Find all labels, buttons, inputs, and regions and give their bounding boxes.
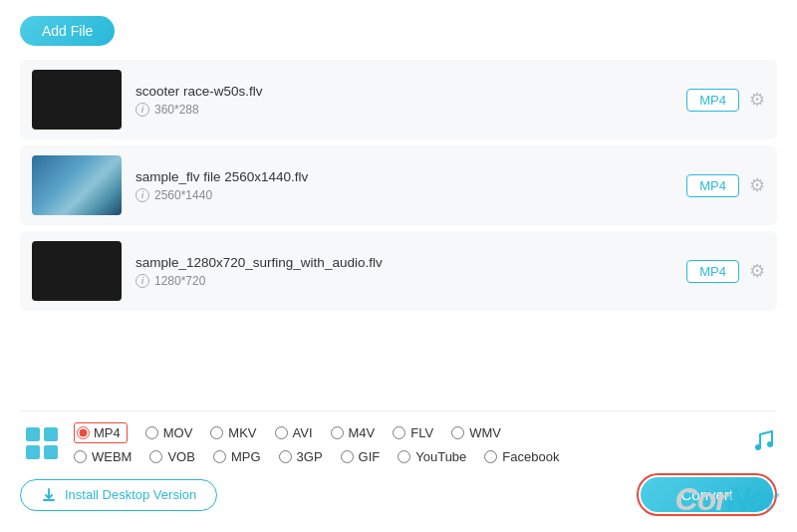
format-option-avi[interactable]: AVI <box>275 425 313 440</box>
install-desktop-button[interactable]: Install Desktop Version <box>20 479 217 511</box>
file-list: scooter race-w50s.flv i 360*288 MP4 ⚙ sa… <box>20 60 777 400</box>
format-option-mpg[interactable]: MPG <box>213 449 261 464</box>
format-option-3gp[interactable]: 3GP <box>279 449 323 464</box>
format-option-mov[interactable]: MOV <box>145 425 193 440</box>
convert-button[interactable]: Convert <box>641 477 773 512</box>
music-icon <box>749 426 777 460</box>
radio-mkv[interactable] <box>210 426 223 439</box>
radio-wmv[interactable] <box>451 426 464 439</box>
format-option-mp4[interactable]: MP4 <box>74 422 128 443</box>
svg-point-4 <box>755 444 761 450</box>
table-row: sample_1280x720_surfing_with_audio.flv i… <box>20 231 777 311</box>
format-badge[interactable]: MP4 <box>686 260 739 283</box>
info-icon: i <box>135 274 149 288</box>
format-option-wmv[interactable]: WMV <box>451 425 501 440</box>
table-row: scooter race-w50s.flv i 360*288 MP4 ⚙ <box>20 60 777 139</box>
format-selector: MP4 MOV MKV AVI <box>20 421 777 465</box>
file-actions: MP4 ⚙ <box>686 89 765 112</box>
radio-mov[interactable] <box>145 426 158 439</box>
file-actions: MP4 ⚙ <box>686 260 765 283</box>
format-option-webm[interactable]: WEBM <box>74 449 132 464</box>
svg-rect-6 <box>43 499 55 501</box>
file-name: scooter race-w50s.flv <box>135 84 672 99</box>
format-option-mkv[interactable]: MKV <box>210 425 256 440</box>
info-icon: i <box>135 188 149 202</box>
format-option-m4v[interactable]: M4V <box>331 425 376 440</box>
radio-avi[interactable] <box>275 426 288 439</box>
radio-facebook[interactable] <box>484 450 497 463</box>
radio-flv[interactable] <box>393 426 405 439</box>
add-file-button[interactable]: Add File <box>20 16 115 46</box>
settings-icon[interactable]: ⚙ <box>749 174 765 196</box>
svg-rect-1 <box>44 427 58 441</box>
radio-3gp[interactable] <box>279 450 292 463</box>
file-name: sample_flv file 2560x1440.flv <box>135 169 672 184</box>
info-icon: i <box>135 103 149 117</box>
svg-rect-0 <box>26 427 40 441</box>
file-info: sample_1280x720_surfing_with_audio.flv i… <box>135 255 672 288</box>
file-thumbnail <box>32 70 122 130</box>
radio-gif[interactable] <box>341 450 354 463</box>
file-resolution: i 2560*1440 <box>135 188 672 202</box>
radio-vob[interactable] <box>149 450 162 463</box>
table-row: sample_flv file 2560x1440.flv i 2560*144… <box>20 145 777 225</box>
file-name: sample_1280x720_surfing_with_audio.flv <box>135 255 672 270</box>
action-bar: Install Desktop Version Convert <box>20 473 777 516</box>
settings-icon[interactable]: ⚙ <box>749 89 765 111</box>
file-info: sample_flv file 2560x1440.flv i 2560*144… <box>135 169 672 202</box>
format-options: MP4 MOV MKV AVI <box>74 422 739 464</box>
format-option-flv[interactable]: FLV <box>393 425 433 440</box>
radio-youtube[interactable] <box>398 450 410 463</box>
header-bar: Add File <box>20 16 777 46</box>
file-resolution: i 360*288 <box>135 103 672 117</box>
svg-rect-3 <box>44 445 58 459</box>
radio-webm[interactable] <box>74 450 87 463</box>
format-row-2: WEBM VOB MPG 3GP <box>74 449 739 464</box>
format-option-gif[interactable]: GIF <box>341 449 381 464</box>
download-icon <box>41 487 57 503</box>
svg-rect-2 <box>26 445 40 459</box>
svg-point-5 <box>767 441 773 447</box>
format-badge[interactable]: MP4 <box>686 174 739 197</box>
format-option-youtube[interactable]: YouTube <box>398 449 466 464</box>
file-info: scooter race-w50s.flv i 360*288 <box>135 84 672 117</box>
file-resolution: i 1280*720 <box>135 274 672 288</box>
format-option-facebook[interactable]: Facebook <box>484 449 559 464</box>
radio-mpg[interactable] <box>213 450 226 463</box>
settings-icon[interactable]: ⚙ <box>749 260 765 282</box>
radio-mp4[interactable] <box>77 426 90 439</box>
radio-m4v[interactable] <box>331 426 344 439</box>
file-actions: MP4 ⚙ <box>686 174 765 197</box>
grid-icon <box>20 421 64 465</box>
convert-button-wrapper: Convert <box>637 473 777 516</box>
file-thumbnail <box>32 155 122 215</box>
format-row-1: MP4 MOV MKV AVI <box>74 422 739 443</box>
main-container: Add File scooter race-w50s.flv i 360*288… <box>0 0 797 532</box>
bottom-panel: MP4 MOV MKV AVI <box>20 410 777 516</box>
format-option-vob[interactable]: VOB <box>149 449 194 464</box>
format-badge[interactable]: MP4 <box>686 89 739 112</box>
file-thumbnail <box>32 241 122 301</box>
